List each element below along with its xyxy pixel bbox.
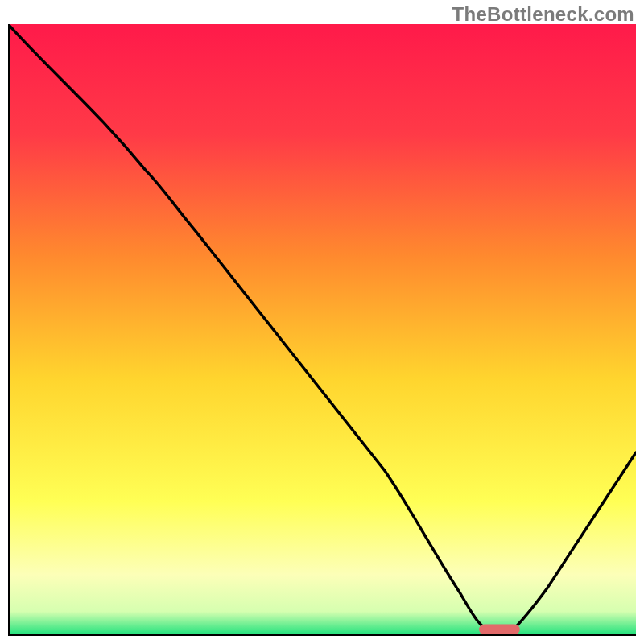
chart-stage: TheBottleneck.com (0, 0, 644, 644)
optimal-marker (479, 625, 520, 635)
watermark-text: TheBottleneck.com (452, 3, 634, 26)
bottleneck-chart (8, 24, 636, 636)
heatmap-background (8, 24, 636, 636)
